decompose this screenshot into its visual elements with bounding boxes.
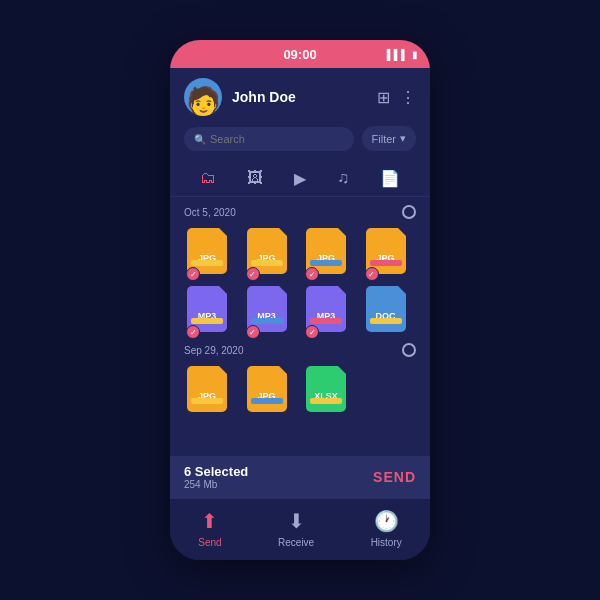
file-type-tabs: 🗂 🖼 ▶ ♫ 📄: [170, 161, 430, 197]
selected-count: 6 Selected: [184, 464, 248, 479]
nav-label-receive: Receive: [278, 537, 314, 548]
date-section-oct: Oct 5, 2020 JPG ✓: [184, 205, 416, 335]
jpg-icon: JPG: [187, 366, 227, 412]
history-nav-icon: 🕐: [374, 509, 399, 533]
list-item[interactable]: MP3 ✓: [244, 283, 290, 335]
check-badge: ✓: [186, 325, 200, 339]
send-button[interactable]: SEND: [373, 469, 416, 485]
doc-icon: DOC: [366, 286, 406, 332]
send-nav-icon: ⬆: [201, 509, 218, 533]
avatar: 🧑: [184, 78, 222, 116]
more-icon[interactable]: ⋮: [400, 88, 416, 107]
date-label-row-sep: Sep 29, 2020: [184, 343, 416, 357]
date-label-oct: Oct 5, 2020: [184, 207, 236, 218]
check-badge: ✓: [365, 267, 379, 281]
phone-frame: 09:00 ▌▌▌ ▮ 🧑 John Doe ⊞ ⋮ 🔍 Filter: [170, 40, 430, 560]
file-grid-sep: JPG JPG XLSX: [184, 363, 416, 415]
date-label-row-oct: Oct 5, 2020: [184, 205, 416, 219]
list-item[interactable]: JPG ✓: [184, 225, 230, 277]
profile-header: 🧑 John Doe ⊞ ⋮: [170, 68, 430, 126]
check-badge: ✓: [246, 325, 260, 339]
tab-audio[interactable]: ♫: [331, 167, 355, 190]
list-item[interactable]: MP3 ✓: [303, 283, 349, 335]
list-item[interactable]: JPG: [184, 363, 230, 415]
jpg-icon: JPG: [247, 366, 287, 412]
list-item[interactable]: JPG ✓: [244, 225, 290, 277]
tab-video[interactable]: ▶: [288, 167, 312, 190]
status-icons: ▌▌▌ ▮: [387, 49, 418, 60]
search-icon: 🔍: [194, 133, 206, 144]
main-content: 🧑 John Doe ⊞ ⋮ 🔍 Filter ▾ 🗂 🖼 ▶ ♫: [170, 68, 430, 560]
battery-icon: ▮: [412, 49, 418, 60]
tab-image[interactable]: 🖼: [241, 167, 269, 190]
status-bar: 09:00 ▌▌▌ ▮: [170, 40, 430, 68]
file-list: Oct 5, 2020 JPG ✓: [170, 197, 430, 456]
xlsx-icon: XLSX: [306, 366, 346, 412]
grid-icon[interactable]: ⊞: [377, 88, 390, 107]
tab-doc[interactable]: 📄: [374, 167, 406, 190]
bottom-nav: ⬆ Send ⬇ Receive 🕐 History: [170, 498, 430, 560]
date-label-sep: Sep 29, 2020: [184, 345, 244, 356]
tab-all[interactable]: 🗂: [194, 167, 222, 190]
search-bar: 🔍 Filter ▾: [184, 126, 416, 151]
selection-bar: 6 Selected 254 Mb SEND: [170, 456, 430, 498]
list-item[interactable]: DOC: [363, 283, 409, 335]
filter-icon: ▾: [400, 132, 406, 145]
list-item[interactable]: JPG: [244, 363, 290, 415]
selected-size: 254 Mb: [184, 479, 248, 490]
check-badge: ✓: [186, 267, 200, 281]
nav-item-send[interactable]: ⬆ Send: [198, 509, 221, 548]
selected-info: 6 Selected 254 Mb: [184, 464, 248, 490]
nav-label-send: Send: [198, 537, 221, 548]
search-input[interactable]: [184, 127, 354, 151]
list-item[interactable]: JPG ✓: [363, 225, 409, 277]
search-wrapper: 🔍: [184, 127, 354, 151]
status-time: 09:00: [283, 47, 316, 62]
select-all-oct[interactable]: [402, 205, 416, 219]
nav-label-history: History: [371, 537, 402, 548]
receive-nav-icon: ⬇: [288, 509, 305, 533]
filter-label: Filter: [372, 133, 396, 145]
filter-button[interactable]: Filter ▾: [362, 126, 416, 151]
list-item[interactable]: XLSX: [303, 363, 349, 415]
profile-name: John Doe: [232, 89, 377, 105]
nav-item-receive[interactable]: ⬇ Receive: [278, 509, 314, 548]
header-icons: ⊞ ⋮: [377, 88, 416, 107]
check-badge: ✓: [246, 267, 260, 281]
check-badge: ✓: [305, 325, 319, 339]
file-grid-oct: JPG ✓ JPG ✓: [184, 225, 416, 335]
select-all-sep[interactable]: [402, 343, 416, 357]
list-item[interactable]: JPG ✓: [303, 225, 349, 277]
check-badge: ✓: [305, 267, 319, 281]
date-section-sep: Sep 29, 2020 JPG JPG: [184, 343, 416, 415]
list-item[interactable]: MP3 ✓: [184, 283, 230, 335]
nav-item-history[interactable]: 🕐 History: [371, 509, 402, 548]
signal-icon: ▌▌▌: [387, 49, 408, 60]
